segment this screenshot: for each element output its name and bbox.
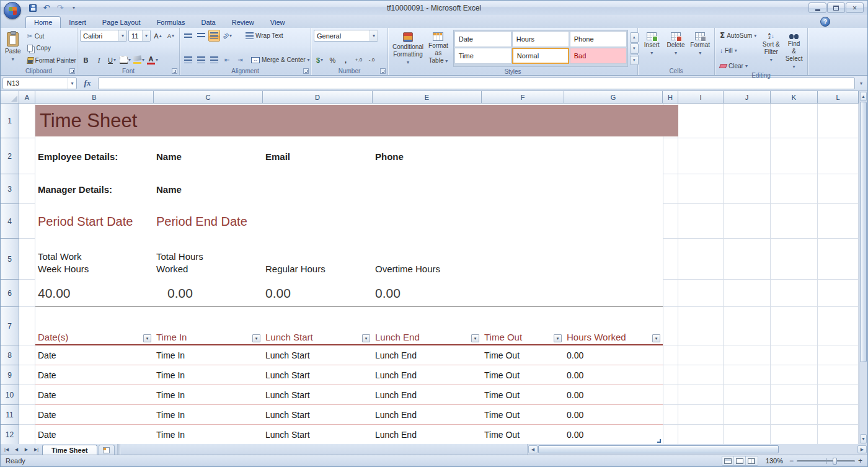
grid-cell[interactable] — [771, 405, 818, 425]
fill-button[interactable]: ↓Fill▾ — [717, 45, 759, 56]
formula-input[interactable] — [98, 78, 855, 89]
grid-cell[interactable] — [663, 204, 678, 239]
grid-cell[interactable] — [771, 239, 818, 280]
chevron-down-icon[interactable]: ▾ — [118, 30, 126, 41]
grid-cell[interactable] — [678, 405, 724, 425]
middle-align-button[interactable] — [195, 30, 207, 42]
table-resize-handle[interactable] — [657, 439, 661, 443]
grid-cell[interactable] — [724, 239, 771, 280]
align-left-button[interactable] — [182, 54, 194, 66]
table-cell[interactable]: Lunch Start — [263, 385, 373, 405]
table-cell[interactable]: Date — [35, 385, 154, 405]
filter-dropdown-button[interactable]: ▾ — [362, 334, 370, 342]
table-cell[interactable]: Lunch End — [373, 365, 482, 385]
autosum-button[interactable]: ΣAutoSum▾ — [717, 30, 759, 41]
grid-cell[interactable] — [678, 138, 724, 174]
accounting-format-button[interactable]: $▾ — [314, 54, 326, 66]
filter-dropdown-button[interactable]: ▾ — [471, 334, 479, 342]
table-cell[interactable]: Lunch Start — [263, 405, 373, 425]
font-size-combo[interactable]: 11▾ — [128, 30, 151, 42]
decrease-decimal-button[interactable]: -.0 — [366, 54, 378, 66]
horizontal-scroll-thumb[interactable] — [538, 445, 779, 453]
table-header-cell[interactable]: Time In▾ — [154, 307, 263, 345]
vertical-scroll-thumb[interactable] — [860, 102, 867, 362]
zoom-level[interactable]: 130% — [766, 457, 783, 465]
column-header-a[interactable]: A — [19, 91, 35, 104]
grid-cell[interactable] — [818, 239, 859, 280]
grid-cell[interactable] — [724, 104, 771, 138]
grid-cell[interactable] — [724, 385, 771, 405]
grid-cell[interactable] — [678, 345, 724, 365]
row-header-12[interactable]: 12 — [1, 425, 19, 444]
bottom-align-button[interactable] — [208, 30, 220, 42]
center-button[interactable] — [195, 54, 207, 66]
tab-home[interactable]: Home — [25, 16, 61, 28]
row-header-9[interactable]: 9 — [1, 365, 19, 385]
insert-worksheet-button[interactable] — [99, 445, 115, 455]
format-as-table-button[interactable]: Format as Table ▾ — [427, 30, 450, 67]
scroll-right-button[interactable]: ▶ — [857, 445, 867, 453]
sheet-title-cell[interactable]: Time Sheet — [35, 105, 678, 136]
fill-color-button[interactable]: ▾ — [133, 54, 145, 66]
grid-cell[interactable] — [19, 425, 35, 444]
employee-name-label-cell[interactable]: Name — [154, 138, 263, 174]
grid-cell[interactable] — [771, 204, 818, 239]
grid-cell[interactable] — [818, 425, 859, 444]
table-cell[interactable]: 0.00 — [564, 425, 663, 444]
grid-cell[interactable] — [818, 345, 859, 365]
grid-cell[interactable] — [771, 425, 818, 444]
zoom-in-button[interactable]: + — [858, 456, 862, 465]
select-all-corner[interactable] — [1, 91, 19, 104]
merge-center-button[interactable]: ↔Merge & Center▾ — [249, 55, 312, 66]
tab-scrollbar-splitter[interactable] — [117, 444, 121, 455]
expand-formula-bar-button[interactable]: ▾ — [857, 78, 866, 89]
table-cell[interactable]: Time In — [154, 405, 263, 425]
grid-cell[interactable] — [663, 239, 678, 280]
grid-cell[interactable] — [663, 385, 678, 405]
minimize-button[interactable] — [808, 2, 826, 13]
column-header-b[interactable]: B — [35, 91, 154, 104]
grid-cell[interactable] — [19, 204, 35, 239]
grid-cell[interactable] — [724, 345, 771, 365]
row-header-10[interactable]: 10 — [1, 385, 19, 405]
grid-cell[interactable] — [724, 405, 771, 425]
table-cell[interactable]: Lunch End — [373, 345, 482, 365]
dialog-launcher-icon[interactable] — [303, 68, 309, 74]
name-box[interactable]: N13▾ — [2, 78, 77, 89]
comma-style-button[interactable]: , — [340, 54, 352, 66]
table-cell[interactable]: Date — [35, 425, 154, 444]
grid-cell[interactable] — [19, 174, 35, 204]
grid-cell[interactable] — [724, 280, 771, 307]
page-break-view-button[interactable] — [746, 456, 758, 465]
row-header-1[interactable]: 1 — [1, 104, 19, 138]
table-cell[interactable]: Lunch Start — [263, 425, 373, 444]
restore-button[interactable] — [827, 2, 845, 13]
column-header-e[interactable]: E — [373, 91, 482, 104]
table-cell[interactable]: Time Out — [482, 365, 564, 385]
manager-details-label-cell[interactable]: Manager Details: — [35, 174, 154, 204]
column-header-j[interactable]: J — [724, 91, 771, 104]
column-header-i[interactable]: I — [678, 91, 724, 104]
sheet-tab-time-sheet[interactable]: Time Sheet — [42, 445, 97, 455]
delete-cells-button[interactable]: Delete ▾ — [665, 30, 688, 66]
table-cell[interactable]: 0.00 — [564, 345, 663, 365]
grid-cell[interactable] — [818, 365, 859, 385]
grid-cell[interactable] — [678, 307, 724, 345]
cell-style-hours[interactable]: Hours — [512, 31, 569, 47]
grid-cell[interactable] — [724, 425, 771, 444]
grid-cell[interactable] — [663, 174, 678, 204]
column-header-h[interactable]: H — [663, 91, 678, 104]
column-header-f[interactable]: F — [482, 91, 564, 104]
orientation-button[interactable]: ab▾ — [221, 30, 233, 42]
grid-cell[interactable] — [771, 365, 818, 385]
column-header-c[interactable]: C — [154, 91, 263, 104]
zoom-thumb[interactable] — [833, 458, 837, 465]
table-cell[interactable]: 0.00 — [564, 405, 663, 425]
grid-cell[interactable] — [818, 280, 859, 307]
gallery-more-button[interactable]: ▼ — [630, 55, 639, 65]
grid-cell[interactable] — [19, 104, 35, 138]
table-header-cell[interactable]: Time Out▾ — [482, 307, 564, 345]
increase-decimal-button[interactable]: +.0 — [353, 54, 365, 66]
grid-cell[interactable] — [724, 204, 771, 239]
table-cell[interactable]: Time Out — [482, 405, 564, 425]
